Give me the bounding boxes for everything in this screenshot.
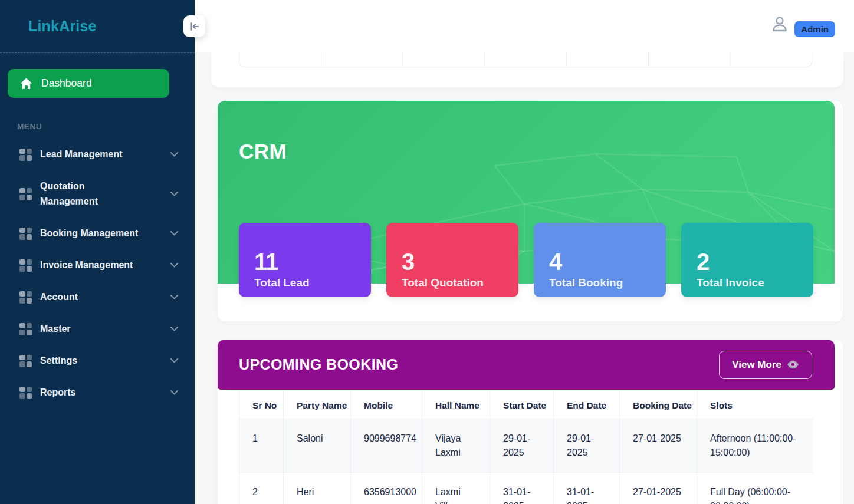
cell-booking-date: 27-01-2025	[620, 473, 697, 504]
grid-icon	[19, 323, 32, 335]
cell-hall-name: Laxmi Villas	[422, 473, 490, 504]
sidebar-item-reports[interactable]: Reports	[0, 377, 195, 409]
grid-icon	[19, 149, 32, 161]
sidebar-header: LinkArise	[0, 0, 195, 53]
cell-end-date: 29-01-2025	[554, 419, 620, 473]
upcoming-booking-header: UPCOMING BOOKING View More	[218, 340, 835, 390]
brand-logo: LinkArise	[28, 18, 97, 35]
cell-sr-no: 1	[239, 419, 284, 473]
stat-label: Total Lead	[254, 276, 371, 289]
column-header-slots: Slots	[697, 392, 813, 419]
sidebar-item-label: Reports	[40, 385, 142, 400]
sidebar: LinkArise Dashboard MENU Lead Management…	[0, 0, 195, 504]
cell-party-name: Heri	[284, 473, 351, 504]
stat-card-total-lead: 11 Total Lead	[239, 223, 371, 297]
table-row: 1 Saloni 9099698774 Vijaya Laxmi 29-01-2…	[239, 419, 813, 473]
table-cell	[648, 52, 730, 67]
table-cell	[484, 52, 566, 67]
column-header-end-date: End Date	[554, 392, 620, 419]
stat-card-total-quotation: 3 Total Quotation	[386, 223, 518, 297]
stat-card-total-booking: 4 Total Booking	[534, 223, 666, 297]
stat-label: Total Invoice	[697, 276, 813, 289]
column-header-mobile: Mobile	[351, 392, 422, 419]
chevron-down-icon	[170, 295, 178, 299]
table-header-row: Sr No Party Name Mobile Hall Name Start …	[239, 392, 813, 419]
sidebar-collapse-button[interactable]	[183, 15, 205, 37]
sidebar-item-invoice-management[interactable]: Invoice Management	[0, 249, 195, 281]
sidebar-item-label: Booking Management	[40, 226, 142, 241]
view-more-label: View More	[732, 359, 781, 371]
sidebar-item-label: Account	[40, 289, 142, 305]
crm-section: CRM 11 Total Lead 3 Total Quotation 4 To…	[218, 101, 843, 321]
column-header-sr-no: Sr No	[239, 392, 284, 419]
partial-table	[239, 52, 812, 67]
view-more-button[interactable]: View More	[719, 351, 812, 379]
cell-party-name: Saloni	[284, 419, 351, 473]
crm-stats-row: 11 Total Lead 3 Total Quotation 4 Total …	[239, 223, 813, 297]
table-row: 2 Heri 6356913000 Laxmi Villas 31-01-202…	[239, 473, 813, 504]
sidebar-item-label: Invoice Management	[40, 258, 142, 273]
topbar: Admin	[195, 0, 854, 52]
grid-icon	[19, 259, 32, 272]
upcoming-booking-section: UPCOMING BOOKING View More Sr No	[218, 340, 843, 504]
chevron-down-icon	[170, 327, 178, 331]
partial-table-card	[211, 52, 843, 87]
grid-icon	[19, 355, 32, 367]
grid-icon	[19, 387, 32, 399]
sidebar-item-label: Master	[40, 321, 142, 337]
column-header-booking-date: Booking Date	[620, 392, 697, 419]
sidebar-item-quotation-management[interactable]: Quotation Management	[0, 170, 195, 218]
grid-icon	[19, 188, 32, 200]
sidebar-item-lead-management[interactable]: Lead Management	[0, 139, 195, 170]
crm-title: CRM	[239, 140, 287, 163]
column-header-party-name: Party Name	[284, 392, 351, 419]
sidebar-item-booking-management[interactable]: Booking Management	[0, 218, 195, 249]
admin-badge[interactable]: Admin	[794, 21, 835, 37]
stat-card-total-invoice: 2 Total Invoice	[681, 223, 813, 297]
home-icon	[20, 78, 32, 90]
column-header-hall-name: Hall Name	[422, 392, 490, 419]
content: CRM 11 Total Lead 3 Total Quotation 4 To…	[195, 52, 854, 504]
chevron-down-icon	[170, 263, 178, 268]
main-area: Admin	[195, 0, 854, 504]
stat-value: 2	[697, 249, 813, 274]
stat-label: Total Booking	[549, 276, 666, 289]
cell-slots: Afternoon (11:00:00-15:00:00)	[697, 419, 813, 473]
table-cell	[566, 52, 648, 67]
sidebar-item-label: Settings	[40, 353, 142, 368]
cell-start-date: 29-01-2025	[490, 419, 554, 473]
chevron-down-icon	[170, 192, 178, 196]
chevron-down-icon	[170, 231, 178, 236]
sidebar-item-settings[interactable]: Settings	[0, 345, 195, 377]
dashboard-button-label: Dashboard	[41, 77, 92, 90]
collapse-arrow-icon	[189, 21, 200, 32]
cell-sr-no: 2	[239, 473, 284, 504]
cell-booking-date: 27-01-2025	[620, 419, 697, 473]
chevron-down-icon	[170, 152, 178, 157]
stat-value: 3	[402, 249, 518, 274]
cell-slots: Full Day (06:00:00-00:00:00)	[697, 473, 813, 504]
grid-icon	[19, 228, 32, 240]
cell-start-date: 31-01-2025	[490, 473, 554, 504]
eye-icon	[787, 360, 799, 369]
cell-end-date: 31-01-2025	[554, 473, 620, 504]
sidebar-item-master[interactable]: Master	[0, 313, 195, 345]
cell-hall-name: Vijaya Laxmi	[422, 419, 490, 473]
menu-section-label: MENU	[17, 122, 195, 131]
chevron-down-icon	[170, 390, 178, 395]
sidebar-item-label: Lead Management	[40, 147, 142, 162]
sidebar-item-label: Quotation Management	[40, 179, 142, 209]
table-cell	[730, 52, 812, 67]
sidebar-item-account[interactable]: Account	[0, 281, 195, 313]
cell-mobile: 9099698774	[351, 419, 422, 473]
table-cell	[321, 52, 403, 67]
grid-icon	[19, 291, 32, 304]
sidebar-nav: Lead Management Quotation Management Boo…	[0, 139, 195, 409]
column-header-start-date: Start Date	[490, 392, 554, 419]
table-cell	[402, 52, 484, 67]
user-profile-icon[interactable]	[769, 14, 790, 35]
dashboard-button[interactable]: Dashboard	[8, 69, 169, 98]
cell-mobile: 6356913000	[351, 473, 422, 504]
upcoming-booking-title: UPCOMING BOOKING	[239, 356, 398, 373]
table-cell	[239, 52, 321, 67]
